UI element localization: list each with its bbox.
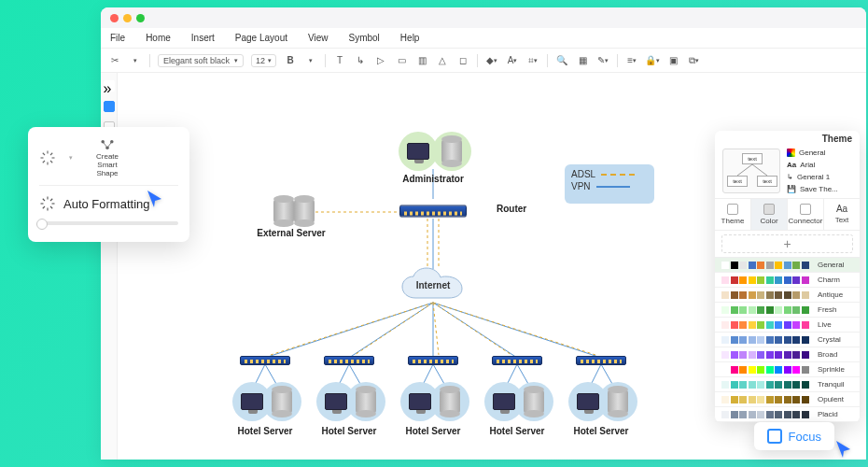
swatch[interactable] [784,336,791,344]
crop-icon[interactable]: ⌗▾ [526,54,539,67]
line-icon[interactable]: ▾ [304,54,317,67]
pen-icon[interactable]: ✎▾ [596,54,609,67]
swatch[interactable] [775,411,782,418]
swatch[interactable] [792,366,800,374]
swatch[interactable] [749,291,756,299]
swatch[interactable] [775,306,782,314]
pin-icon[interactable]: ◻ [456,54,469,67]
zoom-dot[interactable] [136,14,145,22]
swatch[interactable] [792,336,800,344]
swatch[interactable] [739,321,747,329]
swatch[interactable] [731,366,738,374]
swatch[interactable] [766,366,774,374]
swatch[interactable] [766,351,774,359]
swatch[interactable] [739,262,747,269]
swatch[interactable] [739,366,747,374]
swatch[interactable] [775,336,782,344]
swatch[interactable] [766,306,774,314]
tab-color[interactable]: Color [751,199,788,230]
swatch[interactable] [757,336,764,344]
swatch[interactable] [739,351,747,359]
sidebar-collapse-icon[interactable]: » [104,80,115,92]
table-icon[interactable]: ▦ [576,54,589,67]
spark-icon[interactable] [39,149,56,166]
swatch[interactable] [731,321,738,329]
palette-row[interactable]: Broad [715,347,860,362]
swatch[interactable] [792,276,800,284]
swatch[interactable] [792,396,800,403]
theme-row-general[interactable]: General [787,149,852,157]
swatch[interactable] [721,262,729,269]
menu-layout[interactable]: Page Layout [235,33,287,43]
swatch[interactable] [784,396,791,403]
swatch[interactable] [802,381,809,389]
swatch[interactable] [721,366,729,374]
palette-row[interactable]: Crystal [715,333,860,347]
swatch[interactable] [731,262,738,269]
size-select[interactable]: 12▾ [251,54,276,67]
swatch[interactable] [721,291,729,299]
font-select[interactable]: Elegant soft black▾ [158,54,244,67]
swatch[interactable] [731,351,738,359]
swatch[interactable] [731,291,738,299]
shape-icon[interactable]: ▭ [395,54,408,67]
swatch[interactable] [775,291,782,299]
swatch[interactable] [766,276,774,284]
swatch[interactable] [792,351,800,359]
swatch[interactable] [766,262,774,269]
swatch[interactable] [766,321,774,329]
swatch[interactable] [784,276,791,284]
swatch[interactable] [792,306,800,314]
swatch[interactable] [775,321,782,329]
swatch[interactable] [802,276,809,284]
menu-help[interactable]: Help [400,33,420,43]
swatch[interactable] [775,262,782,269]
text-icon[interactable]: T [333,54,346,67]
menu-insert[interactable]: Insert [191,33,215,43]
swatch[interactable] [792,321,800,329]
swatch[interactable] [721,351,729,359]
format-slider[interactable] [39,221,178,225]
palette-row[interactable]: Placid [715,407,860,422]
palette-row[interactable]: Opulent [715,392,860,407]
palette-row[interactable]: General [715,258,860,273]
swatch[interactable] [792,411,800,418]
swatch[interactable] [739,291,747,299]
bold-icon[interactable]: B [284,54,297,67]
swatch[interactable] [792,262,800,269]
swatch[interactable] [721,381,729,389]
sidebar-shapes-icon[interactable] [104,101,115,112]
swatch[interactable] [792,291,800,299]
chart-icon[interactable]: ▥ [415,54,428,67]
swatch[interactable] [757,321,764,329]
swatch[interactable] [721,411,729,418]
theme-row-connector[interactable]: ↳General 1 [787,173,852,181]
swatch[interactable] [757,396,764,403]
group-icon[interactable]: ▣ [666,54,679,67]
swatch[interactable] [749,366,756,374]
palette-row[interactable]: Fresh [715,303,860,318]
swatch[interactable] [749,336,756,344]
swatch[interactable] [766,411,774,418]
swatch[interactable] [731,306,738,314]
tab-connector[interactable]: Connector [788,199,824,230]
palette-row[interactable]: Tranquil [715,377,860,392]
swatch[interactable] [775,276,782,284]
swatch[interactable] [739,411,747,418]
swatch[interactable] [757,411,764,418]
palette-row[interactable]: Sprinkle [715,362,860,377]
swatch[interactable] [731,396,738,403]
focus-button[interactable]: Focus [754,422,834,450]
swatch[interactable] [766,291,774,299]
swatch[interactable] [757,351,764,359]
palette-row[interactable]: Charm [715,273,860,288]
paste-icon[interactable]: ▾ [129,54,142,67]
swatch[interactable] [721,306,729,314]
swatch[interactable] [784,411,791,418]
swatch[interactable] [749,411,756,418]
swatch[interactable] [731,276,738,284]
font-color-icon[interactable]: A▾ [506,54,519,67]
menu-home[interactable]: Home [146,33,171,43]
menu-symbol[interactable]: Symbol [349,33,380,43]
swatch[interactable] [757,276,764,284]
